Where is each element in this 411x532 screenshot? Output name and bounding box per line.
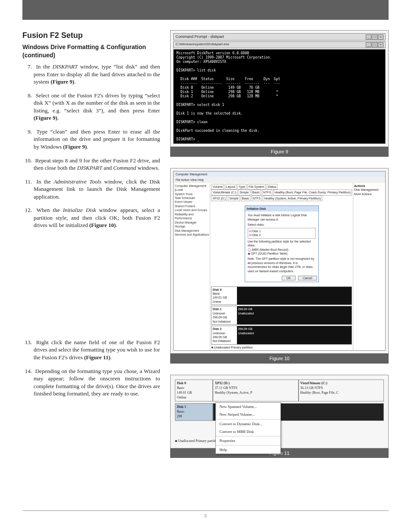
menu-item[interactable]: New Striped Volume...	[216, 411, 280, 418]
initialize-disk-dialog: Initialize Disk You must initialize a di…	[245, 205, 319, 282]
cmd-title: Command Prompt - diskpart	[175, 34, 224, 39]
partition-label: VistaUltimate (C:)	[300, 381, 327, 385]
dialog-title: Initialize Disk	[245, 206, 318, 212]
cmd-titlebar: Command Prompt - diskpart _□×	[173, 33, 386, 40]
step: 7. In the DISKPART window, type “list di…	[22, 63, 160, 86]
menu-item[interactable]: Help	[216, 446, 280, 454]
step: 9. Type “clean” and then press Enter to …	[22, 128, 160, 151]
dialog-text: You must initialize a disk before Logica…	[248, 213, 316, 221]
page-title: Fusion F2 Setup	[22, 30, 160, 40]
step: 13. Right click the name field of one of…	[22, 339, 160, 361]
table-cell: VistaUltimate (C:)	[211, 190, 237, 195]
radio-mbr[interactable]: MBR (Master Boot Record)	[252, 248, 288, 251]
figure-11: Disk 0 Basic 149.01 GB Online XP32 (D:) …	[170, 375, 389, 458]
step-list: 7. In the DISKPART window, type “list di…	[22, 63, 160, 229]
disk-checkbox[interactable]: ☑ Disk 1	[249, 229, 314, 233]
actions-header: Actions	[354, 184, 384, 188]
figure-caption: Figure 10	[170, 354, 389, 364]
step: 11. In the Administrative Tools window, …	[22, 178, 160, 201]
col-header: Status	[267, 184, 278, 190]
menu-item[interactable]: Convert to MBR Disk	[216, 428, 280, 436]
table-cell: Simple	[238, 190, 250, 195]
cmd-sub-titlebar: C:\Windows\system32\diskpart.exe _□×	[173, 41, 386, 48]
section-title: Windows Drive Formatting & Configuration…	[22, 43, 160, 59]
col-header: Volume	[211, 184, 224, 190]
radio-gpt[interactable]: GPT (GUID Partition Table)	[251, 252, 288, 255]
step: 8. Select one of the Fusion F2's drives …	[22, 92, 160, 122]
action-link[interactable]: Disk Management	[354, 188, 384, 192]
table-cell: Basic	[251, 190, 261, 195]
menu-item[interactable]: Convert to Dynamic Disk...	[216, 420, 280, 428]
cancel-button[interactable]: Cancel	[298, 276, 317, 280]
action-link[interactable]: More Actions	[354, 192, 384, 196]
page-number: 5	[0, 513, 411, 519]
figure-caption: Figure 9	[170, 147, 389, 157]
step: 14. Depending on the formatting type you…	[22, 367, 160, 398]
disk1-label[interactable]: Disk 1 Basic 298	[175, 403, 213, 420]
table-cell: NTFS	[252, 196, 262, 201]
ok-button[interactable]: OK	[282, 276, 296, 280]
step: 10. Repeat steps 8 and 9 for the other F…	[22, 157, 160, 172]
table-cell: NTFS	[262, 190, 272, 195]
step-list-continued: 13. Right click the name field of one of…	[22, 339, 160, 398]
table-cell: Healthy (System, Active, Primary Partiti…	[263, 196, 322, 201]
col-header: Layout	[225, 184, 237, 190]
window-buttons: _□×	[365, 42, 383, 47]
cmd-path: C:\Windows\system32\diskpart.exe	[175, 42, 229, 47]
col-header: File System	[247, 184, 266, 190]
table-cell: Simple	[228, 196, 240, 201]
legend: Unallocated Primary partition	[178, 439, 219, 443]
table-cell: XP32 (D:)	[211, 196, 227, 201]
partition-label: XP32 (D:)	[215, 381, 229, 385]
col-header: Type	[237, 184, 246, 190]
window-buttons: _□×	[365, 34, 383, 40]
win-menu: File Action View Help	[174, 177, 385, 183]
legend: Unallocated Primary partition	[214, 346, 253, 349]
win-title: Computer Management	[174, 171, 385, 177]
dialog-text: Select disks:	[248, 223, 316, 227]
dialog-note: Note: The GPT partition style is not rec…	[248, 257, 316, 273]
menu-item[interactable]: Properties	[216, 437, 280, 445]
disk0-label: Disk 0 Basic 149.01 GB Online	[175, 380, 213, 401]
context-menu: New Spanned Volume...New Striped Volume.…	[215, 402, 281, 454]
dialog-text: Use the following partition style for th…	[248, 240, 316, 248]
mgmt-tree: Computer Management (Local System Tools …	[174, 183, 210, 351]
console-output: Microsoft DiskPart version 6.0.6000 Copy…	[173, 49, 386, 144]
figure-9: Command Prompt - diskpart _□× C:\Windows…	[170, 30, 389, 157]
table-cell: Healthy (Boot, Page File, Crash Dump, Pr…	[273, 190, 352, 195]
step: 12. When the Initialize Disk window appe…	[22, 206, 160, 229]
disk-checkbox[interactable]: ☑ Disk 2	[249, 233, 314, 237]
menu-item[interactable]: New Spanned Volume...	[216, 403, 280, 411]
table-cell: Basic	[241, 196, 251, 201]
figure-10: Computer Management File Action View Hel…	[170, 168, 389, 364]
page-header-bar	[22, 0, 389, 20]
